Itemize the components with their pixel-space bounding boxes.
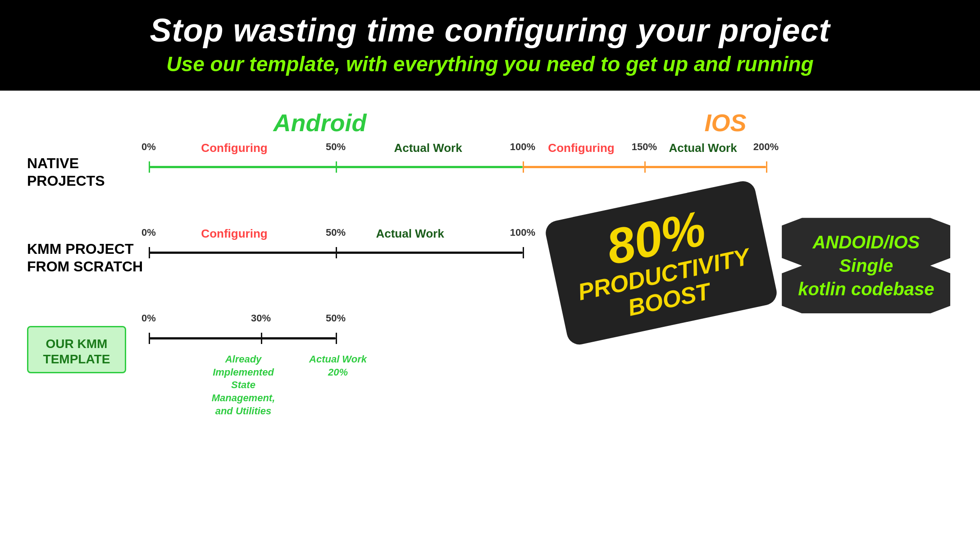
- android-label: Android: [162, 109, 478, 137]
- header-title: Stop wasting time configuring your proje…: [18, 13, 962, 48]
- kmm-scratch-tick-50: [336, 247, 337, 258]
- kmm-scratch-0: 0%: [141, 227, 156, 238]
- native-android-configuring: Configuring: [201, 141, 267, 155]
- kmm-scratch-configuring: Configuring: [201, 227, 267, 241]
- platform-labels: Android IOS: [162, 109, 953, 137]
- native-label: NATIVE PROJECTS: [27, 141, 149, 189]
- kmm-tmpl-tick-0: [149, 333, 150, 344]
- native-chart-area: 0% 50% 100% Configuring Actual Work 150%…: [149, 141, 953, 195]
- kmm-tmpl-0: 0%: [141, 312, 156, 324]
- kmm-tmpl-30: 30%: [251, 312, 271, 324]
- kmm-tmpl-tick-50: [336, 333, 337, 344]
- native-ios-tick-150: [644, 161, 646, 173]
- kmm-scratch-tick-0: [149, 247, 150, 258]
- badges-container: 80% PRODUCTIVITY BOOST ANDOID/IOS Single…: [554, 200, 950, 326]
- native-android-tick-50: [336, 161, 337, 173]
- native-ios-actual: Actual Work: [669, 141, 737, 155]
- native-android-tick-0: [149, 161, 150, 173]
- kmm-scratch-chart-area: 0% 50% 100% Configuring Actual Work 80% …: [149, 227, 953, 281]
- codebase-badge: ANDOID/IOS Single kotlin codebase: [782, 218, 950, 313]
- kmm-tmpl-annotation2: Actual Work20%: [297, 353, 378, 379]
- native-android-actual: Actual Work: [394, 141, 462, 155]
- kmm-template-label: OUR KMMTEMPLATE: [27, 326, 126, 373]
- native-ios-tick-200: [766, 161, 767, 173]
- kmm-template-chart-area: 0% 30% 50% AlreadyImplementedStateManage…: [149, 312, 953, 439]
- header: Stop wasting time configuring your proje…: [0, 0, 980, 91]
- kmm-scratch-50: 50%: [326, 227, 346, 238]
- kmm-tmpl-50: 50%: [326, 312, 346, 324]
- kmm-scratch-label: KMM PROJECT FROM SCRATCH: [27, 227, 149, 275]
- native-ios-150: 150%: [632, 141, 657, 153]
- kmm-scratch-100: 100%: [510, 227, 535, 238]
- kmm-scratch-row: KMM PROJECT FROM SCRATCH 0% 50% 100% Con…: [27, 227, 953, 281]
- native-ios-configuring: Configuring: [548, 141, 614, 155]
- native-android-100: 100%: [510, 141, 535, 153]
- native-android-0: 0%: [141, 141, 156, 153]
- native-ios-200: 200%: [753, 141, 779, 153]
- native-row: NATIVE PROJECTS 0% 50% 100% Configuring …: [27, 141, 953, 195]
- main-content: Android IOS NATIVE PROJECTS 0% 50% 100% …: [0, 91, 980, 457]
- kmm-tmpl-annotation1: AlreadyImplementedStateManagement,and Ut…: [194, 353, 293, 417]
- ios-label: IOS: [568, 109, 883, 137]
- kmm-scratch-actual: Actual Work: [376, 227, 444, 241]
- kmm-template-bar: [149, 337, 336, 339]
- kmm-scratch-tick-100: [523, 247, 524, 258]
- codebase-label: ANDOID/IOS Single kotlin codebase: [798, 230, 934, 301]
- kmm-tmpl-tick-30: [261, 333, 262, 344]
- header-subtitle: Use our template, with everything you ne…: [18, 52, 962, 76]
- kmm-template-row: OUR KMMTEMPLATE 0% 30% 50% AlreadyImplem…: [27, 312, 953, 439]
- native-android-50: 50%: [326, 141, 346, 153]
